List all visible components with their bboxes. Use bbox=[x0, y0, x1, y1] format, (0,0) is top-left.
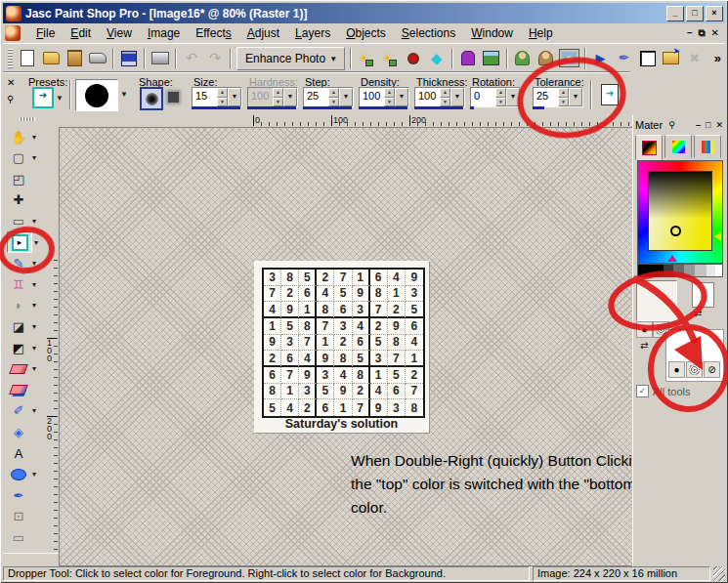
value[interactable]: 100 bbox=[360, 88, 384, 106]
mesh-warp-tool[interactable]: ▭ bbox=[7, 527, 30, 547]
step-spinner[interactable]: 25▲▼▼ bbox=[303, 87, 354, 107]
brush-tip-preview[interactable] bbox=[75, 79, 118, 111]
crop-tool[interactable]: ◰ bbox=[7, 169, 30, 188]
marquee-selection-tool[interactable]: ▭ bbox=[7, 211, 30, 230]
flyout-arrow-icon[interactable]: ▾ bbox=[32, 364, 36, 373]
spin-up-icon[interactable]: ▲ bbox=[328, 88, 339, 98]
presets-dropdown-arrow[interactable]: ▼ bbox=[56, 94, 64, 103]
spin-buttons[interactable]: ▲▼ bbox=[384, 88, 395, 106]
toolbar-grip[interactable] bbox=[8, 49, 13, 68]
slider-dropdown-icon[interactable]: ▼ bbox=[506, 88, 520, 106]
menu-objects[interactable]: Objects bbox=[338, 24, 394, 42]
brightness-contrast-button[interactable]: ☀ bbox=[355, 47, 378, 70]
child-minimize-button[interactable]: – bbox=[687, 27, 693, 39]
close-icon[interactable]: ✕ bbox=[7, 77, 15, 88]
export-button[interactable] bbox=[660, 47, 683, 70]
foreground-color-button[interactable]: ● bbox=[636, 321, 653, 338]
menu-image[interactable]: Image bbox=[140, 24, 188, 42]
slider-dropdown-icon[interactable]: ▼ bbox=[283, 88, 297, 106]
brush-tip-dropdown-arrow[interactable]: ▼ bbox=[120, 90, 128, 99]
right-slider-arrow-icon[interactable] bbox=[714, 231, 721, 241]
close-button[interactable]: × bbox=[706, 6, 723, 21]
open-button[interactable] bbox=[39, 47, 63, 70]
edit-script-button[interactable]: ✒ bbox=[613, 47, 636, 70]
spin-down-icon[interactable]: ▼ bbox=[328, 98, 339, 107]
red-eye-button[interactable] bbox=[402, 47, 425, 70]
value[interactable]: 25 bbox=[534, 88, 558, 106]
all-tools-checkbox[interactable]: ✓ bbox=[636, 385, 649, 397]
browse-button[interactable] bbox=[63, 47, 86, 70]
thickness-spinner[interactable]: 100▲▼▼ bbox=[414, 87, 465, 107]
flyout-arrow-icon[interactable]: ▾ bbox=[32, 280, 36, 289]
spin-up-icon[interactable]: ▲ bbox=[217, 88, 228, 98]
flyout-arrow-icon[interactable]: ▾ bbox=[32, 259, 36, 268]
background-material-swatch-small[interactable] bbox=[692, 282, 714, 308]
automatic-enhance-button[interactable]: ☀ bbox=[378, 47, 402, 70]
slider-dropdown-icon[interactable]: ▼ bbox=[569, 88, 582, 106]
spin-down-icon[interactable]: ▼ bbox=[558, 98, 569, 107]
value[interactable]: 100 bbox=[415, 88, 440, 106]
background-texture-button[interactable] bbox=[686, 361, 703, 378]
presets-swap-icon[interactable]: ➜ bbox=[32, 87, 54, 108]
presets-file-icon[interactable]: ➜ bbox=[601, 84, 619, 105]
flyout-arrow-icon[interactable]: ▾ bbox=[32, 153, 36, 162]
framed-portrait-button[interactable] bbox=[558, 47, 581, 70]
stop-script-button[interactable]: ✖ bbox=[683, 47, 707, 70]
redo-button[interactable]: ↷ bbox=[203, 47, 227, 70]
flyout-arrow-icon[interactable]: ▾ bbox=[32, 344, 36, 353]
flyout-arrow-icon[interactable]: ▾ bbox=[32, 322, 36, 331]
flyout-arrow-icon[interactable]: ▾ bbox=[34, 238, 38, 247]
menu-view[interactable]: View bbox=[99, 24, 140, 42]
spin-up-icon[interactable]: ▲ bbox=[495, 88, 506, 98]
tab-frame[interactable] bbox=[635, 135, 663, 160]
menu-adjust[interactable]: Adjust bbox=[239, 24, 287, 42]
foreground-material-swatch[interactable] bbox=[636, 280, 677, 321]
enhance-photo-dropdown[interactable]: Enhance Photo▾ bbox=[236, 47, 345, 70]
flyout-arrow-icon[interactable]: ▾ bbox=[32, 470, 36, 479]
flyout-arrow-icon[interactable]: ▾ bbox=[32, 406, 36, 415]
shape-round-button[interactable] bbox=[140, 87, 163, 110]
spin-buttons[interactable]: ▲▼ bbox=[440, 88, 450, 106]
print-button[interactable] bbox=[149, 47, 172, 70]
value[interactable]: 25 bbox=[304, 88, 328, 106]
preset-shape-tool[interactable] bbox=[7, 465, 30, 484]
palette-close-button[interactable]: ✕ bbox=[715, 120, 723, 130]
clone-brush-tool[interactable]: ♊ bbox=[7, 274, 30, 294]
menu-file[interactable]: File bbox=[28, 24, 63, 42]
spin-buttons[interactable]: ▲▼ bbox=[328, 88, 339, 106]
color-picker[interactable] bbox=[637, 160, 723, 264]
sudoku-image[interactable]: 3852716497264598134918637251587342969371… bbox=[254, 261, 429, 433]
menu-window[interactable]: Window bbox=[463, 24, 521, 42]
slider-dropdown-icon[interactable]: ▼ bbox=[395, 88, 408, 106]
toolbar-overflow-chevron[interactable]: » bbox=[714, 51, 725, 65]
text-tool[interactable]: A bbox=[7, 443, 30, 463]
burn-tool[interactable]: ◩ bbox=[7, 338, 30, 357]
object-selector-tool[interactable]: ⊡ bbox=[7, 507, 30, 526]
menu-help[interactable]: Help bbox=[521, 24, 561, 42]
scan-button[interactable] bbox=[86, 47, 109, 70]
pen-tool[interactable]: ✒ bbox=[7, 485, 30, 505]
value[interactable]: 0 bbox=[471, 88, 495, 106]
minimize-button[interactable]: _ bbox=[666, 6, 684, 21]
undo-button[interactable]: ↶ bbox=[180, 47, 203, 70]
document-icon[interactable] bbox=[5, 25, 21, 41]
tolerance-spinner[interactable]: 25▲▼▼ bbox=[533, 87, 583, 107]
spin-up-icon[interactable]: ▲ bbox=[440, 88, 450, 98]
swap-materials-icon[interactable]: ⇄ bbox=[640, 340, 648, 351]
dodge-tool[interactable]: ◗ bbox=[7, 296, 30, 315]
spin-up-icon[interactable]: ▲ bbox=[384, 88, 395, 98]
selection-tool[interactable]: ▢ bbox=[7, 148, 30, 168]
menu-layers[interactable]: Layers bbox=[287, 24, 338, 42]
menu-selections[interactable]: Selections bbox=[394, 24, 463, 42]
child-restore-button[interactable]: ⧉ bbox=[698, 27, 705, 39]
tab-swatches[interactable] bbox=[694, 135, 721, 158]
spin-buttons[interactable]: ▲▼ bbox=[558, 88, 569, 106]
pin-icon[interactable]: ⚲ bbox=[7, 94, 14, 104]
menu-effects[interactable]: Effects bbox=[188, 24, 238, 42]
dropper-tool[interactable]: ▸ bbox=[7, 231, 32, 253]
spin-buttons[interactable]: ▲▼ bbox=[495, 88, 506, 106]
flyout-arrow-icon[interactable]: ▾ bbox=[32, 301, 36, 310]
palette-minimize-button[interactable]: – bbox=[696, 120, 701, 130]
background-null-button[interactable]: ⊘ bbox=[704, 361, 720, 378]
image-canvas[interactable]: 3852716497264598134918637251587342969371… bbox=[59, 127, 633, 566]
